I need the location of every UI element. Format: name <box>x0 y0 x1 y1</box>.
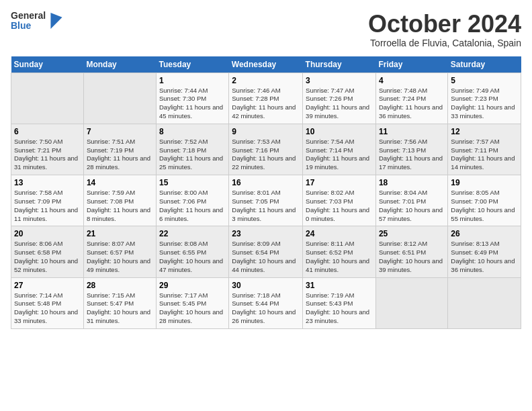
cell-content: Sunrise: 7:56 AM Sunset: 7:13 PM Dayligh… <box>379 138 445 172</box>
cell-content: Sunrise: 7:57 AM Sunset: 7:11 PM Dayligh… <box>451 138 518 172</box>
day-number: 30 <box>232 281 300 290</box>
cell-content: Sunrise: 8:09 AM Sunset: 6:54 PM Dayligh… <box>232 240 300 274</box>
cell-content: Sunrise: 8:08 AM Sunset: 6:55 PM Dayligh… <box>159 240 226 274</box>
cell-content: Sunrise: 8:11 AM Sunset: 6:52 PM Dayligh… <box>306 240 373 274</box>
logo-general: General <box>11 11 46 21</box>
day-of-week-header: Saturday <box>448 56 521 73</box>
cell-content: Sunrise: 7:59 AM Sunset: 7:08 PM Dayligh… <box>87 189 153 223</box>
day-number: 22 <box>159 229 226 238</box>
day-number: 23 <box>232 229 300 238</box>
day-of-week-header: Friday <box>375 56 447 73</box>
cell-content: Sunrise: 8:07 AM Sunset: 6:57 PM Dayligh… <box>87 240 153 274</box>
calendar-cell: 15Sunrise: 8:00 AM Sunset: 7:06 PM Dayli… <box>157 175 229 226</box>
day-number: 28 <box>87 281 153 290</box>
calendar-cell: 10Sunrise: 7:54 AM Sunset: 7:14 PM Dayli… <box>303 124 376 175</box>
cell-content: Sunrise: 7:51 AM Sunset: 7:19 PM Dayligh… <box>87 138 153 172</box>
logo-blue: Blue <box>11 21 46 31</box>
calendar-cell: 21Sunrise: 8:07 AM Sunset: 6:57 PM Dayli… <box>83 226 156 277</box>
cell-content: Sunrise: 8:06 AM Sunset: 6:58 PM Dayligh… <box>14 240 81 274</box>
day-of-week-header: Sunday <box>11 56 84 73</box>
calendar-cell: 29Sunrise: 7:17 AM Sunset: 5:45 PM Dayli… <box>157 277 229 328</box>
calendar-week-row: 1Sunrise: 7:44 AM Sunset: 7:30 PM Daylig… <box>11 73 521 124</box>
title-block: October 2024 Torroella de Fluvia, Catalo… <box>368 11 521 48</box>
day-number: 7 <box>87 127 153 136</box>
calendar-cell: 20Sunrise: 8:06 AM Sunset: 6:58 PM Dayli… <box>11 226 84 277</box>
svg-marker-0 <box>51 13 62 29</box>
day-number: 19 <box>451 178 518 187</box>
calendar-cell: 3Sunrise: 7:47 AM Sunset: 7:26 PM Daylig… <box>303 73 376 124</box>
day-number: 15 <box>159 178 226 187</box>
cell-content: Sunrise: 8:02 AM Sunset: 7:03 PM Dayligh… <box>306 189 373 223</box>
cell-content: Sunrise: 7:49 AM Sunset: 7:23 PM Dayligh… <box>451 87 518 121</box>
calendar-cell: 6Sunrise: 7:50 AM Sunset: 7:21 PM Daylig… <box>11 124 84 175</box>
cell-content: Sunrise: 7:17 AM Sunset: 5:45 PM Dayligh… <box>159 291 226 326</box>
cell-content: Sunrise: 7:53 AM Sunset: 7:16 PM Dayligh… <box>232 138 300 172</box>
calendar-cell: 31Sunrise: 7:19 AM Sunset: 5:43 PM Dayli… <box>303 277 376 328</box>
calendar-cell: 30Sunrise: 7:18 AM Sunset: 5:44 PM Dayli… <box>229 277 303 328</box>
day-number: 27 <box>14 281 81 290</box>
day-of-week-header: Thursday <box>303 56 376 73</box>
cell-content: Sunrise: 8:01 AM Sunset: 7:05 PM Dayligh… <box>232 189 300 223</box>
day-number: 25 <box>379 229 445 238</box>
cell-content: Sunrise: 7:52 AM Sunset: 7:18 PM Dayligh… <box>159 138 226 172</box>
calendar-header-row: SundayMondayTuesdayWednesdayThursdayFrid… <box>11 56 521 73</box>
day-number: 1 <box>159 76 226 85</box>
calendar-cell: 8Sunrise: 7:52 AM Sunset: 7:18 PM Daylig… <box>157 124 229 175</box>
cell-content: Sunrise: 7:19 AM Sunset: 5:43 PM Dayligh… <box>306 291 373 326</box>
cell-content: Sunrise: 7:44 AM Sunset: 7:30 PM Dayligh… <box>159 87 226 121</box>
calendar-cell: 4Sunrise: 7:48 AM Sunset: 7:24 PM Daylig… <box>375 73 447 124</box>
cell-content: Sunrise: 7:54 AM Sunset: 7:14 PM Dayligh… <box>306 138 373 172</box>
day-number: 11 <box>379 127 445 136</box>
page-header: General Blue October 2024 Torroella de F… <box>11 11 521 48</box>
calendar-cell: 14Sunrise: 7:59 AM Sunset: 7:08 PM Dayli… <box>83 175 156 226</box>
calendar-cell: 22Sunrise: 8:08 AM Sunset: 6:55 PM Dayli… <box>157 226 229 277</box>
calendar-week-row: 27Sunrise: 7:14 AM Sunset: 5:48 PM Dayli… <box>11 277 521 328</box>
day-number: 13 <box>14 178 81 187</box>
day-number: 6 <box>14 127 81 136</box>
day-number: 26 <box>451 229 518 238</box>
cell-content: Sunrise: 8:00 AM Sunset: 7:06 PM Dayligh… <box>159 189 226 223</box>
day-number: 10 <box>306 127 373 136</box>
day-number: 12 <box>451 127 518 136</box>
cell-content: Sunrise: 7:47 AM Sunset: 7:26 PM Dayligh… <box>306 87 373 121</box>
day-number: 4 <box>379 76 445 85</box>
cell-content: Sunrise: 7:50 AM Sunset: 7:21 PM Dayligh… <box>14 138 81 172</box>
day-number: 8 <box>159 127 226 136</box>
calendar-cell: 18Sunrise: 8:04 AM Sunset: 7:01 PM Dayli… <box>375 175 447 226</box>
calendar-cell: 27Sunrise: 7:14 AM Sunset: 5:48 PM Dayli… <box>11 277 84 328</box>
calendar-cell: 16Sunrise: 8:01 AM Sunset: 7:05 PM Dayli… <box>229 175 303 226</box>
calendar-table: SundayMondayTuesdayWednesdayThursdayFrid… <box>11 56 521 329</box>
calendar-week-row: 20Sunrise: 8:06 AM Sunset: 6:58 PM Dayli… <box>11 226 521 277</box>
calendar-cell <box>83 73 156 124</box>
day-number: 16 <box>232 178 300 187</box>
cell-content: Sunrise: 8:04 AM Sunset: 7:01 PM Dayligh… <box>379 189 445 223</box>
cell-content: Sunrise: 7:18 AM Sunset: 5:44 PM Dayligh… <box>232 291 300 326</box>
calendar-cell: 26Sunrise: 8:13 AM Sunset: 6:49 PM Dayli… <box>448 226 521 277</box>
calendar-cell: 1Sunrise: 7:44 AM Sunset: 7:30 PM Daylig… <box>157 73 229 124</box>
cell-content: Sunrise: 7:58 AM Sunset: 7:09 PM Dayligh… <box>14 189 81 223</box>
cell-content: Sunrise: 8:13 AM Sunset: 6:49 PM Dayligh… <box>451 240 518 274</box>
calendar-cell: 13Sunrise: 7:58 AM Sunset: 7:09 PM Dayli… <box>11 175 84 226</box>
cell-content: Sunrise: 8:12 AM Sunset: 6:51 PM Dayligh… <box>379 240 445 274</box>
day-number: 18 <box>379 178 445 187</box>
day-number: 17 <box>306 178 373 187</box>
calendar-cell: 24Sunrise: 8:11 AM Sunset: 6:52 PM Dayli… <box>303 226 376 277</box>
day-number: 14 <box>87 178 153 187</box>
day-of-week-header: Wednesday <box>229 56 303 73</box>
logo: General Blue <box>11 11 63 32</box>
calendar-cell: 7Sunrise: 7:51 AM Sunset: 7:19 PM Daylig… <box>83 124 156 175</box>
calendar-cell: 23Sunrise: 8:09 AM Sunset: 6:54 PM Dayli… <box>229 226 303 277</box>
day-number: 31 <box>306 281 373 290</box>
calendar-cell <box>375 277 447 328</box>
day-of-week-header: Monday <box>83 56 156 73</box>
calendar-cell: 12Sunrise: 7:57 AM Sunset: 7:11 PM Dayli… <box>448 124 521 175</box>
calendar-cell: 28Sunrise: 7:15 AM Sunset: 5:47 PM Dayli… <box>83 277 156 328</box>
calendar-cell <box>448 277 521 328</box>
calendar-cell: 11Sunrise: 7:56 AM Sunset: 7:13 PM Dayli… <box>375 124 447 175</box>
day-number: 21 <box>87 229 153 238</box>
cell-content: Sunrise: 7:48 AM Sunset: 7:24 PM Dayligh… <box>379 87 445 121</box>
cell-content: Sunrise: 7:15 AM Sunset: 5:47 PM Dayligh… <box>87 291 153 326</box>
calendar-cell: 17Sunrise: 8:02 AM Sunset: 7:03 PM Dayli… <box>303 175 376 226</box>
calendar-cell: 9Sunrise: 7:53 AM Sunset: 7:16 PM Daylig… <box>229 124 303 175</box>
calendar-cell: 25Sunrise: 8:12 AM Sunset: 6:51 PM Dayli… <box>375 226 447 277</box>
